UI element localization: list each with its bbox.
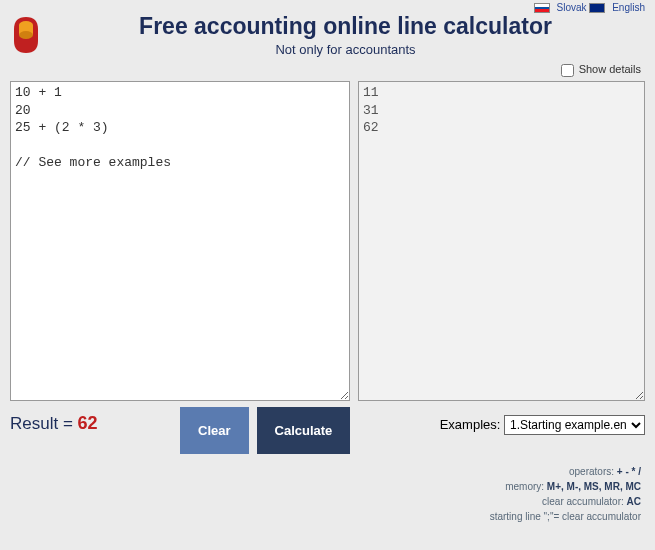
svg-point-2 [19, 31, 33, 39]
result-output [358, 81, 645, 401]
examples-select[interactable]: 1.Starting example.en [504, 415, 645, 435]
lang-slovak-link[interactable]: Slovak [557, 2, 587, 13]
show-details-checkbox[interactable] [561, 64, 574, 77]
hints-block: operators: + - * / memory: M+, M-, MS, M… [0, 454, 655, 524]
expression-input[interactable] [10, 81, 350, 401]
result-label: Result = [10, 414, 78, 433]
show-details-label[interactable]: Show details [561, 63, 641, 75]
examples-label: Examples: [440, 417, 501, 432]
clear-button[interactable]: Clear [180, 407, 249, 454]
flag-en-icon [589, 3, 605, 13]
flag-sk-icon [534, 3, 550, 13]
result-value: 62 [78, 413, 98, 433]
calculate-button[interactable]: Calculate [257, 407, 351, 454]
lang-english-link[interactable]: English [612, 2, 645, 13]
app-logo-icon [10, 15, 42, 55]
page-title: Free accounting online line calculator [46, 13, 645, 40]
page-subtitle: Not only for accountants [46, 42, 645, 57]
